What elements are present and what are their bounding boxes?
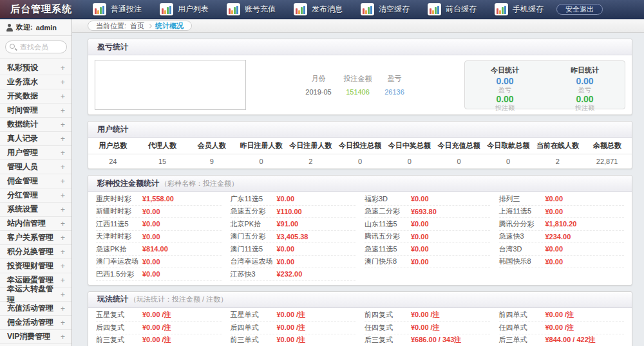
expand-plus-icon[interactable]: + [61,120,65,129]
month-value: 2019-05 [301,88,337,96]
expand-plus-icon[interactable]: + [61,205,65,214]
mini-table-header: 盈亏 [379,74,410,84]
panel-subtitle: （玩法统计：投注金额 / 注数） [129,295,227,304]
lottery-name: 山东11选5 [365,219,411,229]
top-nav-item[interactable]: 前台缓存 [419,0,486,18]
expand-plus-icon[interactable]: + [61,92,65,101]
play-column-1: 五星复式¥0.00 /注后四复式¥0.00 /注前三复式¥0.00 /注任三复式… [96,309,222,346]
expand-plus-icon[interactable]: + [61,163,65,172]
sidebar-menu-item[interactable]: 佣金管理 + [0,174,71,188]
lottery-stat-row: 急速PK拾¥814.00 [96,243,222,256]
logout-button[interactable]: 安全退出 [556,4,603,15]
play-name: 后四单式 [231,323,277,332]
sidebar-menu-item[interactable]: 私彩预设 + [0,61,71,75]
sidebar-menu-item[interactable]: 幸运大转盘管理 + [0,287,71,302]
lottery-name: 急速二分彩 [365,206,411,216]
play-stat-row: 后四单式¥0.00 /注 [231,322,356,334]
panel-title: 玩法统计 [97,294,128,305]
stat-bet-label: 投注额 [465,104,545,112]
expand-plus-icon[interactable]: + [61,64,65,73]
expand-plus-icon[interactable]: + [61,304,65,313]
sidebar-menu-item[interactable]: VIP消费管理 + [0,330,71,344]
top-nav-item[interactable]: 手机缓存 [486,0,553,18]
expand-plus-icon[interactable]: + [61,177,65,186]
sidebar-menu-label: 系统设置 [7,204,38,215]
play-amount: ¥0.00 /注 [277,335,306,345]
sidebar-menu-item[interactable]: 佣金活动管理 + [0,316,71,330]
sidebar-menu-label: 时间管理 [7,105,38,116]
expand-plus-icon[interactable]: + [61,233,65,242]
play-name: 后四复式 [96,323,142,332]
expand-plus-icon[interactable]: + [61,191,65,200]
stat-profit-label: 盈亏 [545,86,625,94]
lottery-amount: ¥0.00 [142,270,160,278]
user-stats-column-header: 今日充值总额 [434,138,484,154]
expand-plus-icon[interactable]: + [61,262,65,271]
stat-column: 昨日统计 0.00 盈亏 0.00 投注额 [545,66,625,109]
top-nav-item[interactable]: 账号充值 [218,0,285,18]
mini-table-header-row: 月份投注金额盈亏 [301,74,410,84]
sidebar-menu-item[interactable]: 系统设置 + [0,203,71,217]
sidebar-menu-label: 积分兑换管理 [7,246,53,257]
lottery-column-1: 重庆时时彩¥1,558.00新疆时时彩¥0.00江西11选5¥0.00天津时时彩… [96,193,222,281]
lottery-amount: ¥0.00 [545,258,564,266]
expand-plus-icon[interactable]: + [61,332,65,341]
expand-plus-icon[interactable]: + [61,318,65,327]
lottery-name: 福彩3D [365,194,411,204]
sidebar: 欢迎: admin 私彩预设 + 业务流水 + 开奖数据 [0,19,72,346]
sidebar-menu-item[interactable]: 站内信管理 + [0,217,71,231]
sidebar-menu-label: 开奖数据 [7,91,38,102]
sidebar-menu-item[interactable]: 充值活动管理 + [0,302,71,316]
lottery-stat-row: 天津时时彩¥0.00 [96,231,222,244]
play-name: 前四复式 [365,310,411,320]
expand-plus-icon[interactable]: + [61,149,65,158]
sidebar-menu-label: 管理人员 [7,161,38,172]
breadcrumb-current[interactable]: 统计概况 [155,21,184,31]
play-stat-row: 后四复式¥0.00 /注 [96,322,222,334]
sidebar-menu-item[interactable]: 业务流水 + [0,75,71,89]
lottery-column-2: 广东11选5¥0.00急速五分彩¥110.00北京PK拾¥91.00澳门五分彩¥… [231,193,356,281]
sidebar-menu-item[interactable]: 积分兑换管理 + [0,245,71,259]
sidebar-menu-item[interactable]: 真人记录 + [0,132,71,146]
expand-plus-icon[interactable]: + [61,106,65,115]
user-icon [6,24,13,32]
sidebar-menu-label: 分红管理 [7,190,38,201]
lottery-name: 北京PK拾 [231,219,277,229]
top-nav-item[interactable]: 普通投注 [84,0,151,18]
lottery-stat-row: 北京PK拾¥91.00 [231,218,356,231]
play-stat-row: 前四单式¥0.00 /注 [499,309,625,322]
expand-plus-icon[interactable]: + [61,219,65,228]
play-amount: ¥0.00 /注 [411,323,440,332]
play-amount: ¥0.00 /注 [142,310,171,320]
play-amount: ¥0.00 /注 [142,335,171,345]
sidebar-menu-item[interactable]: 客户关系管理 + [0,231,71,245]
lottery-amount: ¥0.00 [277,245,295,253]
sidebar-menu-item[interactable]: 分红管理 + [0,188,71,203]
top-nav-item[interactable]: 发布消息 [285,0,352,18]
expand-plus-icon[interactable]: + [61,248,65,257]
top-nav-item[interactable]: 清空缓存 [352,0,419,18]
breadcrumb-home[interactable]: 首页 [130,21,144,31]
lottery-stat-row: 江西11选5¥0.00 [96,218,222,231]
expand-plus-icon[interactable]: + [61,290,65,299]
stat-title: 今日统计 [465,66,545,75]
stat-column: 今日统计 0.00 盈亏 0.00 投注额 [465,66,545,109]
sidebar-menu: 私彩预设 + 业务流水 + 开奖数据 + 时间管理 + [0,61,71,344]
sidebar-menu-item[interactable]: 投资理财管理 + [0,259,71,273]
expand-plus-icon[interactable]: + [61,78,65,87]
sidebar-menu-item[interactable]: 用户管理 + [0,146,71,160]
play-stat-row: 前三复式¥0.00 /注 [96,334,222,346]
sidebar-menu-item[interactable]: 时间管理 + [0,104,71,118]
sidebar-menu-label: 充值活动管理 [7,303,53,314]
top-nav-item[interactable]: 用户列表 [151,0,218,18]
expand-plus-icon[interactable]: + [61,134,65,143]
sidebar-menu-item[interactable]: 管理人员 + [0,160,71,174]
expand-plus-icon[interactable]: + [61,276,65,285]
sidebar-menu-item[interactable]: 数据统计 + [0,118,71,132]
lottery-stat-row: 福彩3D¥0.00 [365,193,490,206]
sidebar-menu-label: 业务流水 [7,77,38,87]
sidebar-menu-item[interactable]: 开奖数据 + [0,89,71,104]
play-stat-row: 五星复式¥0.00 /注 [96,309,222,322]
user-stats-value: 15 [138,154,187,168]
lottery-stat-row: 山东11选5¥0.00 [365,218,490,231]
